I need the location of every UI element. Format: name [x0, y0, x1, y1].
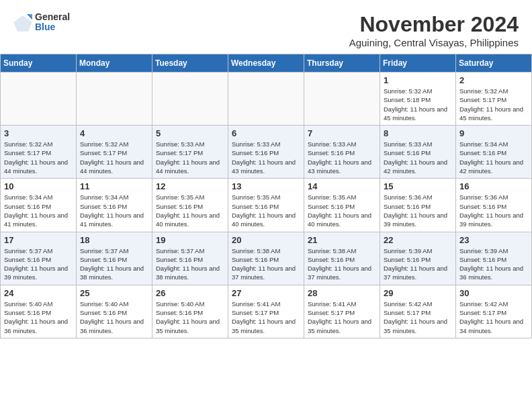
calendar-day-cell: 26Sunrise: 5:40 AM Sunset: 5:16 PM Dayli…: [152, 285, 228, 338]
day-number: 29: [384, 288, 452, 298]
calendar-week-row: 3Sunrise: 5:32 AM Sunset: 5:17 PM Daylig…: [1, 126, 532, 179]
day-number: 10: [4, 181, 73, 191]
day-number: 17: [4, 235, 73, 245]
weekday-header: Wednesday: [228, 54, 304, 73]
calendar-day-cell: [304, 73, 380, 126]
logo-text: General Blue: [35, 12, 70, 33]
day-number: 4: [80, 128, 148, 138]
day-info: Sunrise: 5:41 AM Sunset: 5:17 PM Dayligh…: [232, 300, 300, 335]
calendar-day-cell: 7Sunrise: 5:33 AM Sunset: 5:16 PM Daylig…: [304, 126, 380, 179]
day-number: 1: [384, 75, 452, 85]
day-number: 15: [384, 181, 452, 191]
calendar-day-cell: [77, 73, 152, 126]
logo-general: General: [35, 12, 70, 22]
day-number: 26: [156, 288, 224, 298]
calendar-day-cell: 22Sunrise: 5:39 AM Sunset: 5:16 PM Dayli…: [380, 232, 456, 285]
day-number: 16: [459, 181, 528, 191]
day-info: Sunrise: 5:38 AM Sunset: 5:16 PM Dayligh…: [308, 246, 376, 282]
day-number: 18: [80, 235, 148, 245]
calendar-day-cell: 6Sunrise: 5:33 AM Sunset: 5:16 PM Daylig…: [228, 126, 304, 179]
day-info: Sunrise: 5:33 AM Sunset: 5:17 PM Dayligh…: [156, 140, 224, 175]
calendar-day-cell: 1Sunrise: 5:32 AM Sunset: 5:18 PM Daylig…: [380, 73, 456, 126]
calendar-day-cell: 25Sunrise: 5:40 AM Sunset: 5:16 PM Dayli…: [77, 285, 152, 338]
day-number: 6: [232, 128, 300, 138]
day-info: Sunrise: 5:40 AM Sunset: 5:16 PM Dayligh…: [4, 300, 73, 335]
calendar-day-cell: 27Sunrise: 5:41 AM Sunset: 5:17 PM Dayli…: [228, 285, 304, 338]
calendar-day-cell: 3Sunrise: 5:32 AM Sunset: 5:17 PM Daylig…: [1, 126, 77, 179]
day-info: Sunrise: 5:32 AM Sunset: 5:17 PM Dayligh…: [4, 140, 73, 175]
calendar-week-row: 17Sunrise: 5:37 AM Sunset: 5:16 PM Dayli…: [1, 232, 532, 285]
day-number: 25: [80, 288, 148, 298]
day-number: 9: [459, 128, 528, 138]
page-header: General Blue November 2024 Aguining, Cen…: [0, 0, 532, 54]
day-info: Sunrise: 5:41 AM Sunset: 5:17 PM Dayligh…: [308, 300, 376, 335]
weekday-header: Sunday: [1, 54, 77, 73]
calendar-day-cell: [1, 73, 77, 126]
weekday-header: Thursday: [304, 54, 380, 73]
month-title: November 2024: [349, 12, 519, 37]
day-number: 3: [4, 128, 73, 138]
calendar-day-cell: 5Sunrise: 5:33 AM Sunset: 5:17 PM Daylig…: [152, 126, 228, 179]
day-info: Sunrise: 5:37 AM Sunset: 5:16 PM Dayligh…: [156, 246, 224, 282]
day-info: Sunrise: 5:32 AM Sunset: 5:17 PM Dayligh…: [80, 140, 148, 175]
day-info: Sunrise: 5:40 AM Sunset: 5:16 PM Dayligh…: [80, 300, 148, 335]
calendar-day-cell: 13Sunrise: 5:35 AM Sunset: 5:16 PM Dayli…: [228, 179, 304, 232]
calendar-day-cell: 14Sunrise: 5:35 AM Sunset: 5:16 PM Dayli…: [304, 179, 380, 232]
weekday-header: Monday: [77, 54, 152, 73]
calendar-day-cell: [228, 73, 304, 126]
calendar-day-cell: 30Sunrise: 5:42 AM Sunset: 5:17 PM Dayli…: [456, 285, 532, 338]
day-info: Sunrise: 5:39 AM Sunset: 5:16 PM Dayligh…: [384, 246, 452, 282]
day-info: Sunrise: 5:33 AM Sunset: 5:16 PM Dayligh…: [384, 140, 452, 175]
day-info: Sunrise: 5:36 AM Sunset: 5:16 PM Dayligh…: [459, 193, 528, 228]
day-info: Sunrise: 5:32 AM Sunset: 5:17 PM Dayligh…: [459, 87, 528, 122]
day-info: Sunrise: 5:34 AM Sunset: 5:16 PM Dayligh…: [4, 193, 73, 228]
weekday-header: Friday: [380, 54, 456, 73]
day-number: 12: [156, 181, 224, 191]
day-number: 20: [232, 235, 300, 245]
logo-icon: [13, 13, 32, 32]
calendar-day-cell: 2Sunrise: 5:32 AM Sunset: 5:17 PM Daylig…: [456, 73, 532, 126]
calendar-day-cell: 8Sunrise: 5:33 AM Sunset: 5:16 PM Daylig…: [380, 126, 456, 179]
day-number: 7: [308, 128, 376, 138]
day-number: 23: [459, 235, 528, 245]
calendar-day-cell: 4Sunrise: 5:32 AM Sunset: 5:17 PM Daylig…: [77, 126, 152, 179]
calendar-day-cell: 9Sunrise: 5:34 AM Sunset: 5:16 PM Daylig…: [456, 126, 532, 179]
day-number: 22: [384, 235, 452, 245]
day-number: 30: [459, 288, 528, 298]
day-number: 28: [308, 288, 376, 298]
day-info: Sunrise: 5:42 AM Sunset: 5:17 PM Dayligh…: [384, 300, 452, 335]
day-info: Sunrise: 5:34 AM Sunset: 5:16 PM Dayligh…: [80, 193, 148, 228]
day-info: Sunrise: 5:36 AM Sunset: 5:16 PM Dayligh…: [384, 193, 452, 228]
day-number: 13: [232, 181, 300, 191]
location: Aguining, Central Visayas, Philippines: [349, 37, 519, 48]
calendar-day-cell: 18Sunrise: 5:37 AM Sunset: 5:16 PM Dayli…: [77, 232, 152, 285]
day-info: Sunrise: 5:35 AM Sunset: 5:16 PM Dayligh…: [156, 193, 224, 228]
calendar-table: SundayMondayTuesdayWednesdayThursdayFrid…: [0, 54, 532, 338]
weekday-header: Saturday: [456, 54, 532, 73]
day-info: Sunrise: 5:37 AM Sunset: 5:16 PM Dayligh…: [4, 246, 73, 282]
day-number: 2: [459, 75, 528, 85]
day-info: Sunrise: 5:39 AM Sunset: 5:16 PM Dayligh…: [459, 246, 528, 282]
day-number: 8: [384, 128, 452, 138]
calendar-day-cell: 15Sunrise: 5:36 AM Sunset: 5:16 PM Dayli…: [380, 179, 456, 232]
calendar-day-cell: 17Sunrise: 5:37 AM Sunset: 5:16 PM Dayli…: [1, 232, 77, 285]
weekday-header: Tuesday: [152, 54, 228, 73]
calendar-day-cell: 29Sunrise: 5:42 AM Sunset: 5:17 PM Dayli…: [380, 285, 456, 338]
day-number: 24: [4, 288, 73, 298]
day-info: Sunrise: 5:33 AM Sunset: 5:16 PM Dayligh…: [232, 140, 300, 175]
calendar-day-cell: 28Sunrise: 5:41 AM Sunset: 5:17 PM Dayli…: [304, 285, 380, 338]
day-info: Sunrise: 5:40 AM Sunset: 5:16 PM Dayligh…: [156, 300, 224, 335]
calendar-day-cell: 21Sunrise: 5:38 AM Sunset: 5:16 PM Dayli…: [304, 232, 380, 285]
calendar-header-row: SundayMondayTuesdayWednesdayThursdayFrid…: [1, 54, 532, 73]
calendar-day-cell: 19Sunrise: 5:37 AM Sunset: 5:16 PM Dayli…: [152, 232, 228, 285]
calendar-week-row: 1Sunrise: 5:32 AM Sunset: 5:18 PM Daylig…: [1, 73, 532, 126]
logo-blue: Blue: [35, 22, 70, 32]
calendar-day-cell: [152, 73, 228, 126]
calendar-day-cell: 23Sunrise: 5:39 AM Sunset: 5:16 PM Dayli…: [456, 232, 532, 285]
day-info: Sunrise: 5:35 AM Sunset: 5:16 PM Dayligh…: [308, 193, 376, 228]
calendar-week-row: 10Sunrise: 5:34 AM Sunset: 5:16 PM Dayli…: [1, 179, 532, 232]
day-info: Sunrise: 5:33 AM Sunset: 5:16 PM Dayligh…: [308, 140, 376, 175]
calendar-day-cell: 10Sunrise: 5:34 AM Sunset: 5:16 PM Dayli…: [1, 179, 77, 232]
calendar-week-row: 24Sunrise: 5:40 AM Sunset: 5:16 PM Dayli…: [1, 285, 532, 338]
day-number: 19: [156, 235, 224, 245]
